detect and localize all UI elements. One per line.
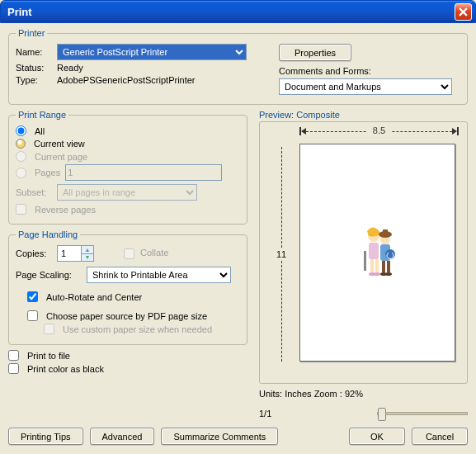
page-slider[interactable] — [377, 412, 468, 415]
svg-point-15 — [385, 272, 392, 276]
close-button[interactable] — [455, 3, 472, 21]
preview-artwork-icon — [359, 226, 397, 279]
ruler-horizontal: 8.5 — [299, 127, 459, 135]
svg-rect-10 — [382, 261, 385, 272]
properties-button[interactable]: Properties — [279, 44, 351, 61]
collate-label: Collate — [140, 248, 168, 258]
preview-label: Preview: Composite — [259, 110, 468, 120]
choose-source-label: Choose paper source by PDF page size — [46, 311, 207, 321]
range-current-page-label: Current page — [35, 152, 87, 162]
reverse-pages-label: Reverse pages — [35, 205, 96, 215]
page-preview — [299, 144, 455, 362]
print-to-file-label: Print to file — [27, 351, 70, 361]
range-pages-input — [65, 164, 222, 181]
range-all-label: All — [35, 126, 45, 136]
comments-forms-select[interactable]: Document and Markups — [279, 78, 452, 95]
subset-select: All pages in range — [57, 184, 197, 201]
svg-rect-7 — [364, 251, 366, 271]
page-handling-group: Page Handling Copies: ▲▼ Collate Page Sc… — [8, 229, 247, 345]
range-pages-label: Pages — [35, 168, 60, 177]
page-scaling-select[interactable]: Shrink to Printable Area — [87, 267, 231, 283]
page-height-value: 11 — [275, 249, 288, 259]
svg-rect-4 — [369, 243, 379, 259]
spin-down-icon[interactable]: ▼ — [81, 254, 93, 262]
units-zoom-text: Units: Inches Zoom : 92% — [259, 389, 363, 399]
handling-legend: Page Handling — [16, 229, 80, 239]
type-value: AdobePSGenericPostScriptPrinter — [57, 75, 196, 85]
range-legend: Print Range — [16, 110, 68, 120]
print-to-file-checkbox[interactable] — [8, 350, 19, 361]
copies-label: Copies: — [16, 248, 52, 258]
page-indicator: 1/1 — [259, 409, 271, 419]
status-value: Ready — [57, 63, 83, 73]
auto-rotate-checkbox[interactable] — [27, 291, 38, 302]
print-color-black-checkbox[interactable] — [8, 363, 19, 374]
svg-rect-8 — [370, 259, 374, 272]
titlebar[interactable]: Print — [0, 0, 476, 23]
range-current-page-radio — [16, 151, 26, 162]
summarize-comments-button[interactable]: Summarize Comments — [161, 428, 278, 445]
printing-tips-button[interactable]: Printing Tips — [8, 428, 83, 445]
custom-paper-label: Use custom paper size when needed — [63, 324, 212, 334]
choose-source-checkbox[interactable] — [27, 310, 38, 321]
status-label: Status: — [16, 63, 52, 73]
type-label: Type: — [16, 75, 52, 85]
cancel-button[interactable]: Cancel — [412, 428, 468, 445]
preview-box: 8.5 11 — [259, 121, 468, 384]
scaling-label: Page Scaling: — [16, 270, 82, 280]
subset-label: Subset: — [16, 187, 52, 197]
print-range-group: Print Range All Current view Current pag… — [8, 110, 247, 225]
ok-button[interactable]: OK — [349, 428, 405, 445]
range-pages-radio — [16, 168, 26, 178]
svg-rect-11 — [387, 261, 390, 272]
close-icon — [459, 7, 468, 17]
svg-rect-9 — [375, 259, 379, 272]
svg-point-13 — [374, 272, 380, 276]
window-title: Print — [4, 6, 455, 18]
name-label: Name: — [16, 47, 52, 57]
copies-input[interactable] — [58, 246, 81, 261]
collate-checkbox — [124, 248, 134, 259]
auto-rotate-label: Auto-Rotate and Center — [46, 292, 142, 302]
print-color-black-label: Print color as black — [27, 364, 104, 374]
reverse-pages-checkbox — [16, 204, 26, 215]
range-all-radio[interactable] — [16, 125, 26, 136]
range-current-view-radio[interactable] — [16, 139, 26, 149]
svg-rect-3 — [383, 229, 388, 234]
printer-group: Printer Name: Generic PostScript Printer… — [8, 28, 468, 105]
custom-paper-checkbox — [44, 324, 54, 334]
printer-legend: Printer — [16, 28, 47, 38]
copies-spinner[interactable]: ▲▼ — [57, 245, 94, 262]
ruler-vertical: 11 — [270, 147, 293, 362]
range-current-view-label: Current view — [34, 139, 85, 149]
printer-name-select[interactable]: Generic PostScript Printer — [57, 44, 247, 60]
spin-up-icon[interactable]: ▲ — [81, 246, 93, 254]
page-width-value: 8.5 — [367, 125, 392, 135]
advanced-button[interactable]: Advanced — [90, 428, 155, 445]
comments-label: Comments and Forms: — [279, 66, 371, 76]
